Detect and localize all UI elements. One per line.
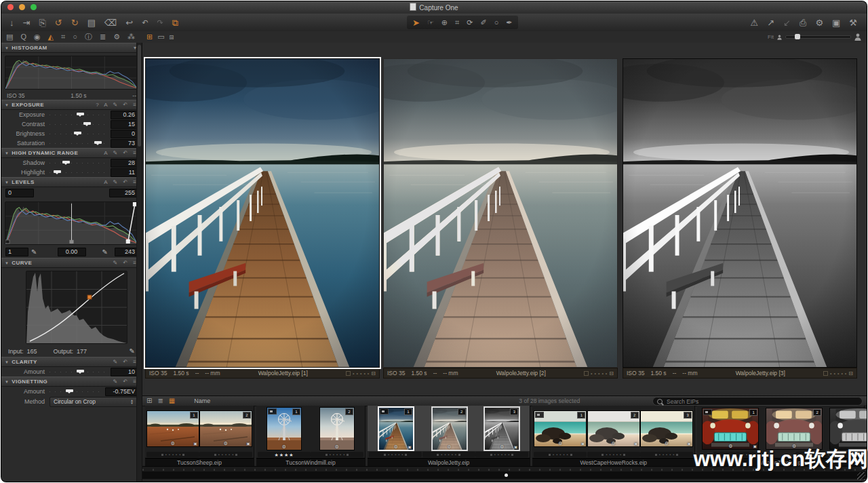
exposure-panel-header[interactable]: ▼ EXPOSURE ? A ✎ ↶ ≡ xyxy=(1,100,142,110)
rating-widget[interactable]: ••••• xyxy=(587,452,640,457)
tab-info[interactable]: ⓘ xyxy=(85,33,92,41)
reset-adjustments-icon[interactable]: ↩ xyxy=(125,18,133,27)
warning-icon[interactable]: ⚠ xyxy=(751,18,759,27)
highlight-slider-knob[interactable] xyxy=(54,170,61,173)
rating-control[interactable]: •••••⊟ xyxy=(346,370,376,376)
gear-icon[interactable]: ⚙ xyxy=(665,441,669,446)
multi-view-icon[interactable]: ⊞ xyxy=(146,33,153,41)
brightness-slider[interactable] xyxy=(50,130,106,137)
tab-metadata[interactable]: ≣ xyxy=(100,33,106,41)
undo-icon[interactable]: ↶ xyxy=(142,19,148,26)
hdr-panel-tools[interactable]: A ✎ ↶ ≡ xyxy=(104,150,138,156)
sidebar-scrollbar[interactable] xyxy=(136,43,142,482)
rating-widget[interactable]: ••••• xyxy=(475,452,528,457)
rating-widget[interactable]: ••••• xyxy=(369,452,422,457)
curve-picker-icon[interactable]: ✎ xyxy=(130,347,135,355)
levels-panel-tools[interactable]: A ✎ ↶ ≡ xyxy=(104,179,138,185)
photo-walpolejetty-3[interactable] xyxy=(623,58,857,368)
rating-widget[interactable]: ••••• xyxy=(199,452,252,457)
clarity-amount-value[interactable]: 10 xyxy=(111,368,138,376)
import-images-icon[interactable]: ↓ xyxy=(9,18,14,27)
zoom-slider-knob[interactable] xyxy=(795,34,800,39)
tab-library[interactable]: ▤ xyxy=(6,33,13,41)
shadow-value[interactable]: 28 xyxy=(111,159,138,168)
crop-tool[interactable]: ⌗ xyxy=(455,19,459,26)
redo-icon[interactable]: ↷ xyxy=(157,19,163,26)
levels-highlight-input[interactable]: 255 xyxy=(109,189,138,197)
import-back-icon[interactable]: ↙ xyxy=(783,18,791,27)
rotate-cw-icon[interactable]: ↻ xyxy=(71,18,79,27)
gear-icon[interactable]: ⚙ xyxy=(394,444,398,449)
proof-view-icon[interactable]: ⧈ xyxy=(170,33,174,41)
thumbnail-tucsonwindmill-2[interactable]: 2 ⚙ xyxy=(319,407,355,450)
zoom-slider[interactable] xyxy=(785,35,851,39)
levels-shadow-input[interactable]: 0 xyxy=(5,189,34,197)
open-in-external-icon[interactable]: ↗ xyxy=(767,18,774,27)
sidebar-scrollbar-thumb[interactable] xyxy=(138,45,141,147)
contrast-slider[interactable] xyxy=(50,121,106,128)
thumbnail-partial[interactable] xyxy=(829,408,867,450)
collapse-triangle-icon[interactable]: ▼ xyxy=(5,46,9,50)
vignetting-amount-value[interactable]: -0.75EV xyxy=(105,387,138,396)
rating-control[interactable]: •••••⊟ xyxy=(823,370,853,376)
tab-capture[interactable]: Q xyxy=(20,33,26,41)
histogram-panel-header[interactable]: ▼ HISTOGRAM ▾ xyxy=(1,43,142,53)
collapse-triangle-icon[interactable]: ▼ xyxy=(5,151,9,155)
vignetting-panel-header[interactable]: ▼ VIGNETTING ✎ ↶ ≡ xyxy=(1,376,142,387)
highlight-slider[interactable] xyxy=(50,169,106,176)
highlight-picker-icon[interactable]: ✎ xyxy=(102,248,108,256)
brightness-slider-knob[interactable] xyxy=(74,132,81,134)
clarity-amount-knob[interactable] xyxy=(77,370,84,372)
collapse-triangle-icon[interactable]: ▼ xyxy=(5,380,9,384)
tab-adjustments[interactable]: ⚙ xyxy=(113,33,120,41)
saturation-value[interactable]: 73 xyxy=(111,139,138,148)
curve-panel-header[interactable]: ▼ CURVE ✎ ↶ ≡ xyxy=(1,258,142,268)
thumbnail-tucsonwindmill-1[interactable]: 1 ⚙ xyxy=(267,407,302,450)
contrast-value[interactable]: 15 xyxy=(111,120,138,129)
curve-panel-tools[interactable]: ✎ ↶ ≡ xyxy=(113,260,138,266)
print-icon[interactable]: ⎙ xyxy=(800,18,806,27)
vignetting-panel-tools[interactable]: ✎ ↶ ≡ xyxy=(113,379,138,385)
levels-midtone-value[interactable]: 0.00 xyxy=(58,248,86,256)
color-tag-icon[interactable] xyxy=(823,371,828,376)
exposure-slider-knob[interactable] xyxy=(77,113,84,115)
shadow-picker-icon[interactable]: ✎ xyxy=(31,248,37,256)
gear-icon[interactable]: ⚙ xyxy=(171,441,175,446)
exposure-value[interactable]: 0.26 xyxy=(111,111,138,119)
grid-view-icon[interactable]: ⊞ xyxy=(146,398,152,404)
vignetting-method-dropdown[interactable]: Circular on Crop ▲▼ xyxy=(50,397,138,407)
zoom-fit-label[interactable]: Fit xyxy=(768,34,774,40)
thumbnail-walpolejetty-3[interactable]: 3 ⚙▣ xyxy=(484,407,519,450)
sort-by-dropdown[interactable]: Name xyxy=(194,398,210,404)
pan-tool[interactable]: ☞ xyxy=(427,19,434,26)
gear-icon[interactable]: ⚙ xyxy=(500,444,504,449)
rotate-ccw-icon[interactable]: ↺ xyxy=(55,18,62,27)
gear-icon[interactable]: ⚙ xyxy=(282,444,286,449)
levels-graph[interactable] xyxy=(5,201,138,245)
select-cursor-tool[interactable]: ➤ xyxy=(412,18,420,27)
collapse-triangle-icon[interactable]: ▼ xyxy=(5,103,9,107)
clarity-panel-header[interactable]: ▼ CLARITY ✎ ↶ ≡ xyxy=(1,357,142,367)
vignetting-amount-slider[interactable] xyxy=(50,388,101,395)
tab-composition[interactable]: ⌗ xyxy=(61,33,65,41)
gear-icon[interactable]: ⚙ xyxy=(612,441,616,446)
levels-panel-header[interactable]: ▼ LEVELS A ✎ ↶ ≡ xyxy=(1,177,142,187)
tab-exposure[interactable]: ◭ xyxy=(48,33,54,41)
draw-mask-tool[interactable]: ✒ xyxy=(506,19,512,26)
thumbnail-toggle-icon[interactable]: ⊟ xyxy=(848,370,853,376)
open-with-icon[interactable]: ▤ xyxy=(87,18,96,27)
clarity-amount-slider[interactable] xyxy=(50,368,106,375)
gear-icon[interactable]: ⚙ xyxy=(447,444,451,449)
levels-highlight-output[interactable]: 243 xyxy=(115,248,138,256)
curve-graph[interactable] xyxy=(26,271,127,344)
hdr-panel-header[interactable]: ▼ HIGH DYNAMIC RANGE A ✎ ↶ ≡ xyxy=(1,148,142,158)
thumbnail-walpolejetty-2[interactable]: 2 ⚙ xyxy=(432,407,467,450)
brightness-value[interactable]: 0 xyxy=(111,130,138,138)
scrollbar-dot[interactable] xyxy=(505,474,508,477)
photo-walpolejetty-1[interactable] xyxy=(145,58,380,368)
tab-color[interactable]: ◉ xyxy=(34,33,41,41)
saturation-slider[interactable] xyxy=(50,140,106,147)
color-tag-icon[interactable] xyxy=(584,371,589,376)
thumbnail-westcapehowerocks-2[interactable]: 2 ⚙▣ xyxy=(587,410,640,447)
proof-profile-icon[interactable]: ▣ xyxy=(832,18,840,27)
